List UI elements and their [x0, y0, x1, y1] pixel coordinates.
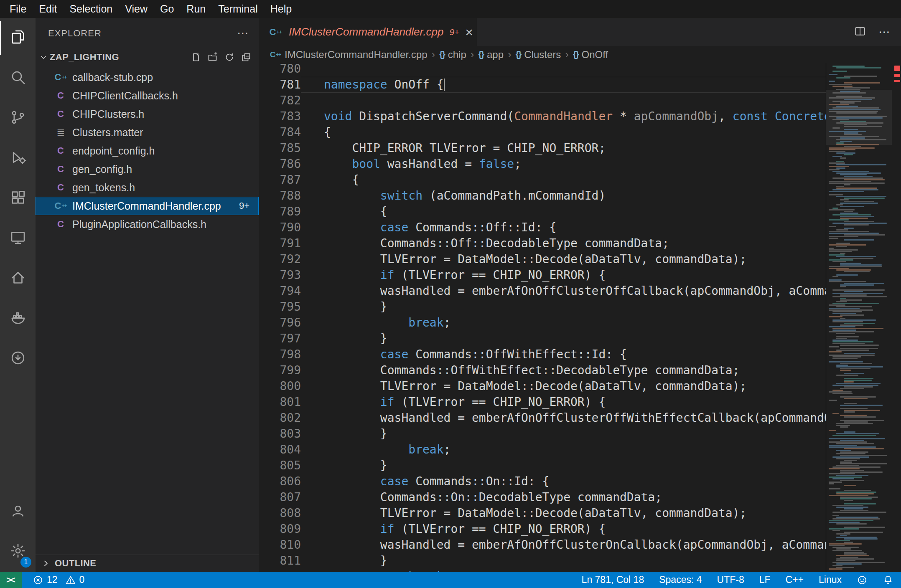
menu-item-terminal[interactable]: Terminal: [212, 0, 264, 18]
tab-imclustercommandhandler[interactable]: IMClusterCommandHandler.cpp 9+: [259, 18, 477, 46]
line-number[interactable]: 802: [259, 410, 301, 426]
code-line-795[interactable]: 795 }: [259, 299, 826, 315]
new-folder-icon[interactable]: [208, 52, 218, 62]
activity-explorer[interactable]: [0, 18, 36, 58]
bell-icon[interactable]: [883, 575, 893, 585]
code-line-794[interactable]: 794 wasHandled = emberAfOnOffClusterOffC…: [259, 283, 826, 299]
menu-item-file[interactable]: File: [3, 0, 33, 18]
menu-item-edit[interactable]: Edit: [33, 0, 63, 18]
feedback-smiley-icon[interactable]: [857, 575, 868, 585]
line-number[interactable]: 796: [259, 315, 301, 331]
code-line-799[interactable]: 799 Commands::OffWithEffect::DecodableTy…: [259, 362, 826, 378]
line-number[interactable]: 785: [259, 140, 301, 156]
line-number[interactable]: 799: [259, 362, 301, 378]
code-line-782[interactable]: 782: [259, 93, 826, 109]
code-line-785[interactable]: 785 CHIP_ERROR TLVError = CHIP_NO_ERROR;: [259, 140, 826, 156]
breadcrumb-item-chip[interactable]: chip: [439, 49, 466, 61]
activity-remote-explorer[interactable]: [0, 218, 36, 259]
code-line-808[interactable]: 808 TLVError = DataModel::Decode(aDataTl…: [259, 505, 826, 521]
line-number[interactable]: 811: [259, 553, 301, 569]
file-item-callback-stub.cpp[interactable]: callback-stub.cpp: [36, 68, 259, 86]
line-number[interactable]: 801: [259, 394, 301, 410]
collapse-all-icon[interactable]: [241, 52, 251, 62]
code-line-787[interactable]: 787 {: [259, 172, 826, 188]
code-line-793[interactable]: 793 if (TLVError == CHIP_NO_ERROR) {: [259, 267, 826, 283]
menu-item-help[interactable]: Help: [264, 0, 298, 18]
code-line-797[interactable]: 797 }: [259, 331, 826, 347]
code-line-802[interactable]: 802 wasHandled = emberAfOnOffClusterOffW…: [259, 410, 826, 426]
file-item-CHIPClientCallbacks.h[interactable]: CHIPClientCallbacks.h: [36, 86, 259, 105]
problems-status[interactable]: 12 0: [33, 574, 89, 585]
code-line-801[interactable]: 801 if (TLVError == CHIP_NO_ERROR) {: [259, 394, 826, 410]
menu-item-run[interactable]: Run: [180, 0, 212, 18]
code-line-783[interactable]: 783void DispatchServerCommand(CommandHan…: [259, 109, 826, 124]
code-line-796[interactable]: 796 break;: [259, 315, 826, 331]
activity-settings[interactable]: 1: [0, 532, 36, 572]
line-number[interactable]: 791: [259, 236, 301, 251]
code-line-806[interactable]: 806 case Commands::On::Id: {: [259, 474, 826, 489]
code-line-784[interactable]: 784{: [259, 124, 826, 140]
code-line-792[interactable]: 792 TLVError = DataModel::Decode(aDataTl…: [259, 251, 826, 267]
file-item-PluginApplicationCallbacks.h[interactable]: PluginApplicationCallbacks.h: [36, 215, 259, 233]
code-line-791[interactable]: 791 Commands::Off::DecodableType command…: [259, 236, 826, 251]
line-number[interactable]: 781: [259, 77, 301, 93]
menu-item-view[interactable]: View: [119, 0, 154, 18]
line-number[interactable]: 804: [259, 442, 301, 458]
activity-extensions[interactable]: [0, 178, 36, 218]
status-lf[interactable]: LF: [759, 574, 771, 585]
line-number[interactable]: 780: [259, 63, 301, 77]
code-editor[interactable]: 780781namespace OnOff {782783void Dispat…: [259, 63, 901, 572]
activity-run-debug[interactable]: [0, 138, 36, 178]
line-number[interactable]: 792: [259, 251, 301, 267]
line-number[interactable]: 806: [259, 474, 301, 489]
file-item-gen_config.h[interactable]: gen_config.h: [36, 160, 259, 178]
code-line-786[interactable]: 786 bool wasHandled = false;: [259, 156, 826, 172]
breadcrumb-item-clusters[interactable]: Clusters: [516, 49, 561, 61]
status-ln-781-col-18[interactable]: Ln 781, Col 18: [582, 574, 644, 585]
more-actions-icon[interactable]: [237, 28, 249, 39]
code-line-805[interactable]: 805 }: [259, 458, 826, 474]
new-file-icon[interactable]: [191, 52, 201, 62]
line-number[interactable]: 786: [259, 156, 301, 172]
line-number[interactable]: 812: [259, 569, 301, 572]
activity-source-control[interactable]: [0, 98, 36, 138]
line-number[interactable]: 784: [259, 124, 301, 140]
line-number[interactable]: 798: [259, 347, 301, 362]
file-item-gen_tokens.h[interactable]: gen_tokens.h: [36, 178, 259, 197]
remote-indicator[interactable]: [0, 572, 22, 588]
line-number[interactable]: 790: [259, 220, 301, 236]
code-line-789[interactable]: 789 {: [259, 204, 826, 220]
line-number[interactable]: 793: [259, 267, 301, 283]
line-number[interactable]: 789: [259, 204, 301, 220]
code-line-790[interactable]: 790 case Commands::Off::Id: {: [259, 220, 826, 236]
file-item-CHIPClusters.h[interactable]: CHIPClusters.h: [36, 105, 259, 123]
breadcrumb-item-app[interactable]: app: [478, 49, 504, 61]
code-line-809[interactable]: 809 if (TLVError == CHIP_NO_ERROR) {: [259, 521, 826, 537]
activity-docker[interactable]: [0, 299, 36, 339]
status-utf-8[interactable]: UTF-8: [717, 574, 744, 585]
menu-item-selection[interactable]: Selection: [63, 0, 119, 18]
line-number[interactable]: 788: [259, 188, 301, 204]
activity-circle-tool[interactable]: [0, 339, 36, 379]
file-item-Clusters.matter[interactable]: Clusters.matter: [36, 123, 259, 142]
code-line-798[interactable]: 798 case Commands::OffWithEffect::Id: {: [259, 347, 826, 362]
file-item-IMClusterCommandHandler.cpp[interactable]: IMClusterCommandHandler.cpp9+: [36, 197, 259, 215]
outline-section[interactable]: OUTLINE: [36, 555, 259, 572]
code-line-781[interactable]: 781namespace OnOff {: [259, 77, 826, 93]
scrollbar[interactable]: [892, 63, 901, 572]
code-line-788[interactable]: 788 switch (aCommandPath.mCommandId): [259, 188, 826, 204]
breadcrumb-item-onoff[interactable]: OnOff: [573, 49, 608, 61]
line-number[interactable]: 794: [259, 283, 301, 299]
line-number[interactable]: 787: [259, 172, 301, 188]
editor-more-actions-icon[interactable]: [878, 26, 890, 38]
line-number[interactable]: 782: [259, 93, 301, 109]
close-icon[interactable]: [465, 25, 473, 39]
folder-section-header[interactable]: ZAP_LIGHTING: [36, 49, 259, 66]
code-line-800[interactable]: 800 TLVError = DataModel::Decode(aDataTl…: [259, 378, 826, 394]
code-line-804[interactable]: 804 break;: [259, 442, 826, 458]
line-number[interactable]: 803: [259, 426, 301, 442]
line-number[interactable]: 809: [259, 521, 301, 537]
line-number[interactable]: 800: [259, 378, 301, 394]
activity-accounts[interactable]: [0, 492, 36, 532]
code-line-780[interactable]: 780: [259, 63, 826, 77]
